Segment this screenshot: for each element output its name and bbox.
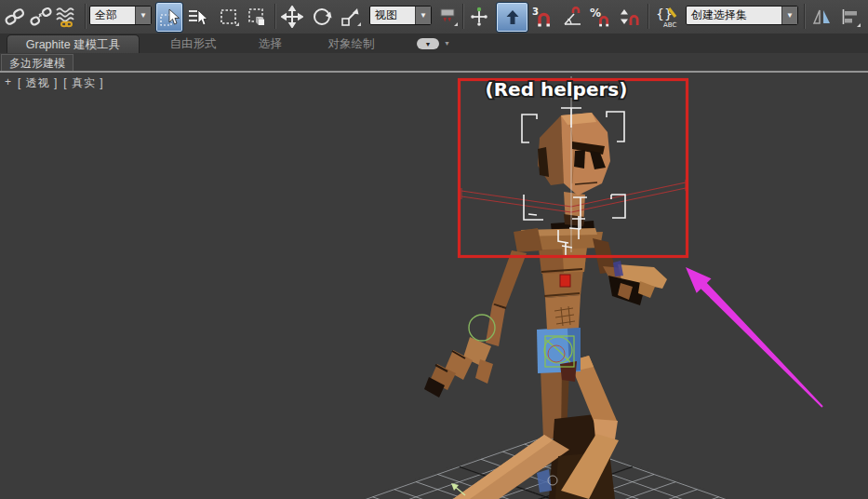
- foot-helper: [537, 469, 552, 492]
- select-and-move-button[interactable]: [279, 2, 305, 31]
- 3dsmax-window: { "toolbar": { "selection_filter": "全部",…: [0, 0, 868, 499]
- svg-text:ABC: ABC: [663, 21, 676, 29]
- bind-to-space-warp-icon[interactable]: [54, 2, 80, 31]
- viewport-canvas[interactable]: (Red helpers): [0, 73, 868, 499]
- angle-snap-toggle-button[interactable]: [559, 2, 584, 31]
- tab-freeform[interactable]: 自由形式: [149, 34, 237, 53]
- select-and-rotate-button[interactable]: [309, 2, 335, 31]
- named-selection-set-dropdown[interactable]: 创建选择集 ▼: [686, 6, 798, 25]
- coord-system-value: 视图: [375, 7, 397, 23]
- edit-named-selection-sets-button[interactable]: {} ABC: [653, 2, 681, 31]
- character-model[interactable]: [424, 113, 667, 499]
- named-selection-set-value: 创建选择集: [691, 7, 747, 23]
- chevron-down-icon[interactable]: ▼: [135, 7, 151, 24]
- selection-filter-value: 全部: [95, 7, 117, 23]
- ribbon-panel-row: 多边形建模: [0, 53, 868, 71]
- use-pivot-point-center-button[interactable]: [434, 2, 461, 31]
- select-and-link-icon[interactable]: [2, 2, 28, 31]
- percent-snap-toggle-button[interactable]: %: [587, 2, 613, 31]
- main-toolbar: 全部 ▼: [0, 0, 868, 34]
- reference-coordinate-system-dropdown[interactable]: 视图 ▼: [369, 6, 432, 25]
- mirror-button[interactable]: [808, 2, 834, 31]
- select-object-button[interactable]: [155, 2, 183, 33]
- annotation-arrow: [686, 267, 823, 408]
- viewport-menu-shading[interactable]: [ 真实 ]: [63, 75, 103, 91]
- tab-object-paint[interactable]: 对象绘制: [307, 34, 395, 53]
- ribbon-tab-bar: Graphite 建模工具 自由形式 选择 对象绘制 ▼ ▼: [0, 34, 868, 53]
- torso-red-helper: [560, 275, 570, 287]
- select-and-scale-button[interactable]: [338, 2, 364, 31]
- rectangular-selection-region-button[interactable]: [216, 2, 242, 31]
- chevron-down-icon[interactable]: ▼: [781, 7, 797, 24]
- tab-polygon-modeling[interactable]: 多边形建模: [1, 54, 73, 71]
- select-and-manipulate-button[interactable]: [466, 2, 492, 31]
- svg-text:%: %: [590, 7, 601, 20]
- svg-text:3: 3: [532, 7, 539, 17]
- chevron-down-icon[interactable]: ▼: [415, 7, 431, 24]
- ribbon-collapse-button[interactable]: ▼: [417, 38, 439, 49]
- viewport-label: + [ 透视 ] [ 真实 ]: [5, 75, 104, 91]
- perspective-viewport[interactable]: + [ 透视 ] [ 真实 ]: [0, 73, 868, 499]
- tab-selection[interactable]: 选择: [240, 34, 300, 53]
- spinner-snap-toggle-button[interactable]: [616, 2, 642, 31]
- align-button[interactable]: [836, 2, 864, 31]
- select-by-name-button[interactable]: [184, 2, 210, 31]
- toolbar-separator: [274, 4, 276, 29]
- keyboard-shortcut-override-button[interactable]: [496, 2, 528, 33]
- window-crossing-toggle-button[interactable]: [245, 2, 271, 31]
- viewport-menu-plus[interactable]: +: [5, 75, 12, 91]
- toolbar-separator: [85, 4, 87, 29]
- toolbar-separator: [804, 4, 806, 29]
- viewport-menu-view[interactable]: [ 透视 ]: [18, 75, 58, 91]
- selection-filter-dropdown[interactable]: 全部 ▼: [89, 6, 152, 25]
- snap-toggle-3d-button[interactable]: 3: [530, 2, 554, 31]
- toolbar-separator: [462, 4, 464, 29]
- annotation-text: (Red helpers): [486, 78, 628, 101]
- unlink-selection-icon[interactable]: [28, 2, 54, 31]
- toolbar-separator: [648, 4, 649, 29]
- chevron-down-icon[interactable]: ▼: [444, 40, 450, 47]
- grid-axis-arrow: [451, 483, 465, 495]
- tab-graphite-modeling[interactable]: Graphite 建模工具: [7, 34, 140, 53]
